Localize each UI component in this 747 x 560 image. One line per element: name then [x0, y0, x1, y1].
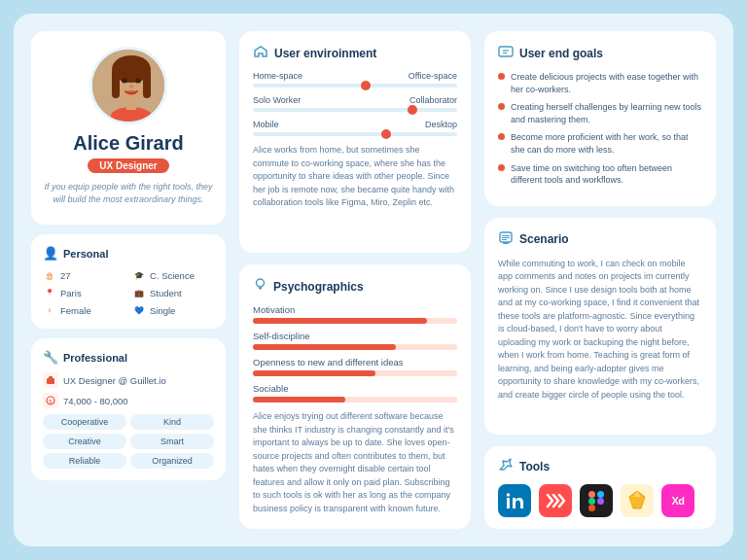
- svg-rect-16: [499, 47, 513, 56]
- svg-rect-28: [588, 498, 595, 505]
- personal-title: 👤 Personal: [43, 246, 214, 261]
- profile-tagline: If you equip people with the right tools…: [43, 181, 214, 205]
- salary-icon: $: [43, 393, 58, 408]
- env-description: Alice works from home, but sometimes she…: [253, 144, 457, 210]
- tool-linkedin: [498, 484, 531, 517]
- tag-reliable: Reliable: [43, 453, 126, 469]
- occupation-item: 💼 Student: [132, 286, 214, 299]
- psych-bar-openness: Openness to new and different ideas: [253, 357, 457, 376]
- role-badge: UX Designer: [88, 158, 168, 173]
- tag-kind: Kind: [130, 414, 214, 430]
- psych-bar-sociable: Sociable: [253, 383, 457, 402]
- tag-creative: Creative: [43, 434, 126, 449]
- left-column: Alice Girard UX Designer If you equip pe…: [31, 31, 226, 529]
- briefcase-icon: 🔧: [43, 350, 58, 365]
- goal-3: Become more proficient with her work, so…: [498, 131, 702, 156]
- gender-icon: ♀: [43, 303, 56, 317]
- goal-1: Create delicious projects with ease toge…: [498, 71, 702, 95]
- profile-name: Alice Girard: [73, 132, 183, 155]
- tag-smart: Smart: [130, 434, 214, 449]
- svg-point-8: [126, 90, 136, 94]
- svg-point-25: [507, 493, 511, 497]
- scenario-icon: [498, 231, 514, 248]
- tools-icon: [498, 458, 514, 474]
- slider-home-office: Home-space Office-space: [253, 71, 457, 88]
- age-item: 🎂 27: [43, 268, 124, 282]
- environment-card: User enviroinment Home-space Office-spac…: [239, 31, 471, 253]
- goal-2: Creating herself challenges by learning …: [498, 101, 702, 125]
- personal-grid: 🎂 27 🎓 C. Science 📍 Paris 💼 Student ♀: [43, 268, 214, 317]
- goal-dot-3: [498, 133, 505, 140]
- psych-bar-motivation: Motivation: [253, 304, 457, 324]
- psycho-title: Psychographics: [253, 278, 457, 295]
- tag-cooperative: Cooperative: [43, 414, 126, 430]
- main-card: Alice Girard UX Designer If you equip pe…: [14, 14, 733, 546]
- goals-icon: [498, 45, 514, 61]
- avatar: [89, 47, 167, 124]
- goals-card: User end goals Create delicious projects…: [484, 31, 716, 206]
- svg-rect-24: [507, 498, 510, 508]
- tool-adobe-xd: Xd: [661, 484, 694, 517]
- company-icon: [43, 372, 58, 388]
- goal-dot-1: [498, 73, 505, 80]
- slider-mobile-desktop: Mobile Desktop: [253, 120, 457, 136]
- svg-point-14: [257, 279, 265, 287]
- goal-dot-2: [498, 103, 505, 110]
- tools-card: Tools: [484, 446, 716, 529]
- svg-rect-11: [49, 376, 53, 379]
- slider-solo-collab: Solo Worker Collaborator: [253, 95, 457, 112]
- person-icon: 👤: [43, 246, 58, 261]
- slider-dot-3: [381, 129, 391, 139]
- svg-point-5: [122, 79, 127, 84]
- svg-text:$: $: [49, 399, 53, 404]
- psych-bar-discipline: Self-discipline: [253, 331, 457, 350]
- goal-4: Save time on switching too often between…: [498, 162, 702, 187]
- goals-title: User end goals: [498, 45, 702, 61]
- company-item: UX Designer @ Guillet.io: [43, 372, 214, 388]
- tool-sketch: [621, 484, 654, 517]
- svg-rect-26: [588, 491, 595, 498]
- psycho-description: Alice enjoys trying out different softwa…: [253, 410, 457, 515]
- professional-title: 🔧 Professional: [43, 350, 214, 365]
- location-item: 📍 Paris: [43, 286, 124, 299]
- env-icon: [253, 45, 268, 61]
- field-item: 🎓 C. Science: [132, 268, 214, 282]
- svg-rect-3: [112, 69, 120, 98]
- slider-dot-2: [408, 105, 417, 115]
- svg-rect-27: [597, 491, 604, 498]
- slider-dot-1: [361, 81, 371, 90]
- tool-figma: [580, 484, 613, 517]
- middle-column: User enviroinment Home-space Office-spac…: [239, 31, 471, 529]
- professional-section: 🔧 Professional UX Designer @ Guillet.io …: [31, 338, 226, 480]
- goal-dot-4: [498, 164, 505, 171]
- status-item: 💙 Single: [132, 303, 214, 317]
- personal-section: 👤 Personal 🎂 27 🎓 C. Science 📍 Paris 💼: [31, 234, 226, 329]
- gender-item: ♀ Female: [43, 303, 124, 317]
- age-icon: 🎂: [43, 268, 56, 282]
- svg-rect-4: [143, 69, 151, 98]
- location-icon: 📍: [43, 286, 56, 299]
- field-icon: 🎓: [132, 268, 146, 282]
- svg-point-29: [597, 498, 604, 505]
- svg-rect-30: [588, 505, 595, 511]
- scenario-text: While commuting to work, I can check on …: [498, 258, 702, 402]
- svg-point-6: [135, 79, 141, 84]
- env-title: User enviroinment: [253, 45, 457, 61]
- tags-grid: Cooperative Kind Creative Smart Reliable…: [43, 414, 214, 469]
- scenario-title: Scenario: [498, 231, 702, 248]
- profile-card: Alice Girard UX Designer If you equip pe…: [31, 31, 226, 225]
- svg-rect-20: [503, 242, 509, 244]
- salary-item: $ 74,000 - 80,000: [43, 393, 214, 408]
- svg-point-7: [129, 86, 133, 88]
- tag-organized: Organized: [130, 453, 214, 469]
- heart-icon: 💙: [132, 303, 146, 317]
- right-column: User end goals Create delicious projects…: [484, 31, 716, 529]
- tool-miro: [539, 484, 572, 517]
- scenario-card: Scenario While commuting to work, I can …: [484, 218, 716, 435]
- svg-rect-9: [126, 100, 136, 110]
- tools-icons-list: Xd: [498, 484, 702, 517]
- occupation-icon: 💼: [132, 286, 146, 299]
- tools-title: Tools: [498, 458, 702, 474]
- psychographics-card: Psychographics Motivation Self-disciplin…: [239, 264, 471, 529]
- psycho-icon: [253, 278, 267, 295]
